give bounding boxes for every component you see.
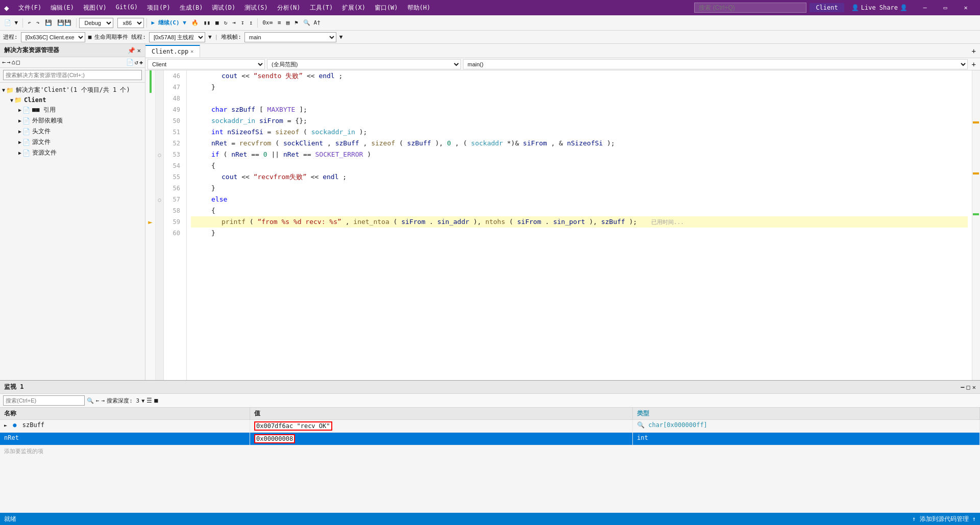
global-search[interactable]: [694, 3, 806, 13]
code-content[interactable]: cout << “sendto 失败” << endl ; }: [187, 70, 972, 380]
code-line-57: else: [191, 194, 968, 205]
toolbar-save-all[interactable]: 💾💾: [55, 18, 74, 27]
watch-fwd-icon[interactable]: →: [102, 397, 105, 404]
expand-icon[interactable]: ►: [4, 422, 7, 428]
nav-type-select[interactable]: Client: [148, 59, 265, 69]
sidebar-collapse-icon[interactable]: □: [16, 59, 20, 66]
maximize-button[interactable]: ▭: [935, 0, 955, 15]
sidebar-add-icon[interactable]: ✚: [139, 59, 143, 66]
tree-item-resources[interactable]: ▶ 📄 资源文件: [0, 147, 145, 158]
thread-select[interactable]: [0x57A8] 主线程: [149, 32, 205, 42]
restart-btn[interactable]: ↻: [222, 18, 230, 27]
toolbar-redo[interactable]: ↷: [34, 18, 42, 27]
stack-select[interactable]: main: [244, 32, 336, 42]
sidebar-home-icon[interactable]: ⌂: [11, 59, 15, 66]
find-btn[interactable]: 🔍 A†: [301, 18, 323, 27]
tree-item-sources[interactable]: ▶ 📄 源文件: [0, 137, 145, 147]
hex-btn[interactable]: 0x∞: [260, 18, 275, 27]
close-button[interactable]: ✕: [955, 0, 976, 15]
minimize-button[interactable]: —: [915, 0, 935, 15]
add-to-source-control[interactable]: ↑ 添加到源代码管理 ↑: [912, 515, 976, 523]
menu-help[interactable]: 帮助(H): [403, 3, 435, 13]
code-line-47: }: [191, 82, 968, 93]
watch-row-szbuff[interactable]: ► ● szBuff 0x007df6ac "recv OK" 🔍 char[0…: [0, 420, 980, 433]
process-select[interactable]: [0x636C] Client.exe: [21, 32, 85, 42]
menu-git[interactable]: Git(G): [112, 3, 142, 13]
nav-member-select[interactable]: main(): [463, 59, 968, 69]
menu-edit[interactable]: 编辑(E): [46, 3, 78, 13]
watch-filter-icon[interactable]: ☰: [146, 397, 152, 404]
step-over-btn[interactable]: ⇥: [230, 18, 238, 27]
tree-item-ext-deps[interactable]: ▶ 📄 外部依赖项: [0, 115, 145, 126]
tree-item-refs[interactable]: ▶ 📄 ■■ 引用: [0, 105, 145, 115]
menu-file[interactable]: 文件(F): [14, 3, 46, 13]
code-view[interactable]: ► ◯ ◯: [145, 70, 980, 380]
sidebar-close-icon[interactable]: ✕: [137, 47, 141, 54]
menu-analyze[interactable]: 分析(N): [273, 3, 305, 13]
left-margin: ►: [145, 70, 156, 380]
cell-nret-value[interactable]: 0x00000008: [250, 433, 633, 445]
cell-szbuff-value[interactable]: 0x007df6ac "recv OK": [250, 420, 633, 432]
menu-window[interactable]: 窗口(W): [371, 3, 402, 13]
break-all-btn[interactable]: ▮▮: [202, 18, 212, 27]
platform-select[interactable]: x86: [117, 18, 144, 28]
sidebar-search-input[interactable]: [3, 70, 142, 80]
watch-depth-arrow[interactable]: ▼: [141, 398, 144, 404]
step-into-btn[interactable]: ↧: [239, 18, 247, 27]
live-share-button[interactable]: 👤 Live Share 👤: [851, 4, 908, 11]
vs-logo: ◆: [4, 3, 9, 13]
watch-back-icon[interactable]: ←: [96, 397, 100, 404]
sidebar-show-files-icon[interactable]: 📄: [126, 59, 134, 66]
mem-btn[interactable]: ▤: [284, 18, 292, 27]
scroll-gutter[interactable]: [972, 70, 980, 380]
menu-view[interactable]: 视图(V): [79, 3, 111, 13]
sidebar-forward-icon[interactable]: →: [7, 59, 10, 66]
toolbar-undo[interactable]: ↶: [26, 18, 33, 27]
add-tab-icon[interactable]: +: [968, 47, 980, 55]
stack-arrow[interactable]: ▼: [339, 34, 343, 40]
menu-build[interactable]: 生成(B): [176, 3, 207, 13]
toolbar-new[interactable]: 📄 ▼: [2, 18, 20, 27]
menu-project[interactable]: 项目(P): [143, 3, 175, 13]
nav-add-icon[interactable]: +: [970, 60, 978, 68]
step-out-btn[interactable]: ↥: [248, 18, 255, 27]
menu-extensions[interactable]: 扩展(X): [338, 3, 370, 13]
tab-close-icon[interactable]: ✕: [190, 48, 193, 54]
bp-53[interactable]: ◯: [156, 149, 163, 160]
debug-mode-select[interactable]: Debug: [79, 18, 113, 28]
watch-float-icon[interactable]: □: [967, 384, 970, 391]
bookmark-btn[interactable]: ⚑: [292, 18, 300, 27]
watch-pin-icon[interactable]: —: [961, 384, 964, 391]
tree-item-headers[interactable]: ▶ 📄 头文件: [0, 126, 145, 137]
watch-search-input[interactable]: [3, 395, 85, 406]
refs-label: ■■ 引用: [32, 106, 56, 114]
menu-test[interactable]: 测试(S): [240, 3, 272, 13]
toolbar-save[interactable]: 💾: [43, 18, 54, 27]
sidebar-sync-icon[interactable]: ↺: [135, 59, 138, 66]
tab-client-cpp[interactable]: Client.cpp ✕: [145, 45, 200, 57]
watch-close-icon[interactable]: ✕: [972, 384, 976, 391]
nav-scope-select[interactable]: (全局范围): [267, 59, 461, 69]
client-badge: Client: [810, 3, 844, 12]
ln-49: 49: [168, 104, 182, 115]
tree-item-solution[interactable]: ▼ 📁 解决方案'Client'(1 个项目/共 1 个): [0, 85, 145, 95]
ln-53: 53: [168, 149, 182, 160]
sidebar-pin-icon[interactable]: 📌: [128, 47, 135, 54]
filter-icon[interactable]: ▼: [208, 34, 212, 40]
bp-57[interactable]: ◯: [156, 194, 163, 205]
ln-46: 46: [168, 70, 182, 82]
tree-item-client[interactable]: ▼ 📁 Client: [0, 95, 145, 105]
watch-search-icon[interactable]: 🔍: [87, 397, 94, 404]
menu-tools[interactable]: 工具(T): [306, 3, 337, 13]
continue-button[interactable]: ▶ 继续(C) ▼: [150, 18, 188, 28]
stop-btn[interactable]: ■: [213, 18, 221, 27]
watch-settings-icon[interactable]: ■: [154, 397, 158, 404]
watch-row-nret[interactable]: nRet 0x00000008 int: [0, 433, 980, 445]
menu-debug[interactable]: 调试(D): [208, 3, 239, 13]
sidebar-back-icon[interactable]: ←: [2, 59, 6, 66]
editor-tabs: Client.cpp ✕ +: [145, 44, 980, 58]
add-watch-item[interactable]: 添加要监视的项: [0, 445, 980, 457]
disasm-btn[interactable]: ≡: [276, 18, 283, 27]
hot-reload-btn[interactable]: 🔥: [189, 18, 201, 27]
tab-label: Client.cpp: [152, 48, 188, 55]
